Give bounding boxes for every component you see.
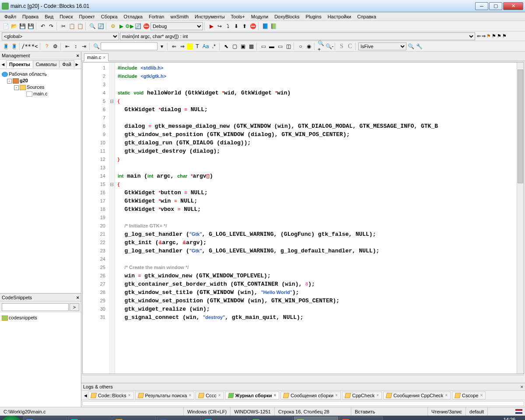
taskbar-item-0[interactable]: Список фу... bbox=[23, 416, 67, 420]
hl-aa-icon[interactable]: Aa bbox=[202, 42, 210, 50]
tool4-icon[interactable]: ◫ bbox=[284, 42, 292, 50]
scope-select[interactable]: <global> bbox=[2, 32, 119, 40]
menu-настройки[interactable]: Настройки bbox=[325, 13, 354, 20]
debug-continue-icon[interactable]: ↪ bbox=[216, 22, 224, 30]
doxy-icon[interactable]: 📘 bbox=[261, 22, 269, 30]
tab-symbols[interactable]: Символы bbox=[33, 60, 60, 68]
tool1-icon[interactable]: ▭ bbox=[259, 42, 267, 50]
build-target-select[interactable]: Debug bbox=[150, 22, 203, 30]
log-tab-7[interactable]: Cscope× bbox=[452, 392, 486, 399]
hl-regex-icon[interactable]: .* bbox=[210, 42, 218, 50]
log-tab-6[interactable]: Сообщения CppCheck× bbox=[383, 392, 451, 399]
taskbar-item-1[interactable]: Nimbus Note bbox=[68, 416, 112, 420]
tab-scroll-left-icon[interactable]: ◄ bbox=[0, 62, 6, 67]
redo-icon[interactable]: ↷ bbox=[47, 22, 55, 30]
zoom-in-icon[interactable]: 🔍+ bbox=[317, 42, 325, 50]
log-tab-close-icon[interactable]: × bbox=[376, 393, 379, 398]
jump-back-icon[interactable]: ⇤ bbox=[63, 42, 71, 50]
save-icon[interactable]: 💾 bbox=[18, 22, 26, 30]
hl-text-icon[interactable]: T bbox=[193, 42, 201, 50]
tab-projects[interactable]: Проекты bbox=[6, 60, 33, 68]
menu-doxyblocks[interactable]: DoxyBlocks bbox=[272, 13, 302, 20]
vertical-scrollbar[interactable] bbox=[517, 63, 524, 374]
jump-fwd-icon[interactable]: ⇥ bbox=[80, 42, 88, 50]
menu-правка[interactable]: Правка bbox=[20, 13, 41, 20]
menu-вид[interactable]: Вид bbox=[42, 13, 56, 20]
circle1-icon[interactable]: ○ bbox=[297, 42, 304, 50]
inc-search-input[interactable] bbox=[101, 42, 158, 50]
start-button[interactable]: ◉ bbox=[2, 416, 21, 420]
menu-fortran[interactable]: Fortran bbox=[146, 13, 167, 20]
comment-icon[interactable]: /** bbox=[22, 42, 30, 50]
taskbar-item-5[interactable]: Wordpress ... bbox=[249, 416, 293, 420]
log-tab-close-icon[interactable]: × bbox=[128, 393, 131, 398]
bookmark-next-icon[interactable]: ⚑ bbox=[497, 33, 501, 39]
editor[interactable]: 1234567891011121314151617181920212223242… bbox=[82, 62, 524, 374]
log-tab-close-icon[interactable]: × bbox=[274, 393, 276, 398]
code-area[interactable]: #include <stdlib.h> #include <gtk/gtk.h>… bbox=[115, 63, 517, 374]
select-icon[interactable]: ⬉ bbox=[222, 42, 230, 50]
snippets-root[interactable]: codesnippets bbox=[9, 315, 37, 320]
file-tab-mainc[interactable]: main.c × bbox=[84, 53, 108, 61]
system-tray[interactable]: EN ▴ ⚑ 🖧 🔊 14:26 20.09.2017 bbox=[452, 417, 525, 420]
bookmark-clear-icon[interactable]: ⚑ bbox=[502, 33, 507, 39]
config-icon[interactable]: ⚙ bbox=[51, 42, 59, 50]
menu-модули[interactable]: Модули bbox=[248, 13, 271, 20]
taskbar-item-4[interactable]: Skype™ - ks... bbox=[202, 416, 248, 420]
symbol-select[interactable]: IsFive bbox=[358, 42, 406, 50]
log-tab-close-icon[interactable]: × bbox=[480, 393, 483, 398]
maximize-button[interactable]: ▢ bbox=[489, 2, 502, 10]
menu-отладка[interactable]: Отладка bbox=[121, 13, 145, 20]
snippets-close-icon[interactable]: × bbox=[77, 295, 79, 300]
step-out-icon[interactable]: ⬆ bbox=[241, 22, 248, 30]
tree-workspace[interactable]: Рабочая область bbox=[9, 71, 47, 77]
project-tree[interactable]: Рабочая область -g20 -Sources main.c bbox=[0, 69, 81, 293]
tree-sources[interactable]: Sources bbox=[27, 84, 44, 90]
menu-plugins[interactable]: Plugins bbox=[303, 13, 324, 20]
hl-prev-icon[interactable]: ⇐ bbox=[170, 42, 178, 50]
run-icon[interactable]: ▶ bbox=[117, 22, 125, 30]
symbol-tool-icon[interactable]: 🔧 bbox=[415, 42, 423, 50]
menu-инструменты[interactable]: Инструменты bbox=[192, 13, 228, 20]
snippets-search-button[interactable]: > bbox=[70, 303, 79, 311]
bookmark-prev-icon[interactable]: ⚑ bbox=[492, 33, 496, 39]
taskbar-item-6[interactable]: main.c [g20... bbox=[294, 416, 338, 420]
inc-search-icon[interactable]: 🔍 bbox=[92, 42, 100, 50]
log-tab-4[interactable]: Сообщения сборки× bbox=[280, 392, 341, 399]
replace-icon[interactable]: 🔄 bbox=[97, 22, 105, 30]
management-close-icon[interactable]: × bbox=[77, 53, 79, 58]
new-file-icon[interactable]: 📄 bbox=[2, 22, 10, 30]
symbol-go-icon[interactable]: 🔍 bbox=[407, 42, 415, 50]
tool3-icon[interactable]: ▭ bbox=[276, 42, 284, 50]
debug-start-icon[interactable]: ▶ bbox=[207, 22, 215, 30]
open-icon[interactable]: 📂 bbox=[10, 22, 18, 30]
log-tab-close-icon[interactable]: × bbox=[189, 393, 191, 398]
log-tab-close-icon[interactable]: × bbox=[218, 393, 221, 398]
nav-fwd-icon[interactable]: ⇒ bbox=[482, 33, 486, 39]
menu-wxsmith[interactable]: wxSmith bbox=[168, 13, 191, 20]
taskbar-item-2[interactable]: Редактиро... bbox=[112, 416, 156, 420]
log-tab-1[interactable]: Результаты поиска× bbox=[135, 392, 195, 399]
clock[interactable]: 14:26 20.09.2017 bbox=[497, 417, 522, 420]
logs-close-icon[interactable]: × bbox=[521, 384, 523, 389]
log-tab-5[interactable]: CppCheck× bbox=[342, 392, 382, 399]
tree-project[interactable]: g20 bbox=[20, 78, 28, 83]
help-icon[interactable]: ? bbox=[43, 42, 51, 50]
doxy2-icon[interactable]: 📗 bbox=[270, 22, 277, 30]
menu-справка[interactable]: Справка bbox=[355, 13, 379, 20]
log-tab-0[interactable]: Code::Blocks× bbox=[88, 392, 134, 399]
logs-scroll-left-icon[interactable]: ◄ bbox=[83, 393, 88, 398]
s-icon[interactable]: S bbox=[338, 42, 346, 50]
dropdown-icon[interactable]: ▾ bbox=[158, 42, 166, 50]
snippets-search-input[interactable] bbox=[2, 303, 69, 311]
box3-icon[interactable]: ▦ bbox=[247, 42, 255, 50]
minimize-button[interactable]: ─ bbox=[475, 2, 488, 10]
tab-files[interactable]: Фай bbox=[59, 60, 74, 68]
build-icon[interactable]: ⚙ bbox=[109, 22, 117, 30]
step-into-icon[interactable]: ⬇ bbox=[232, 22, 240, 30]
build-run-icon[interactable]: ⚙▶ bbox=[126, 22, 133, 30]
hl-yellow-icon[interactable] bbox=[187, 43, 193, 49]
comment2-icon[interactable]: *< bbox=[31, 42, 38, 50]
expand-icon[interactable]: - bbox=[14, 85, 19, 90]
tool2-icon[interactable]: ▬ bbox=[268, 42, 276, 50]
